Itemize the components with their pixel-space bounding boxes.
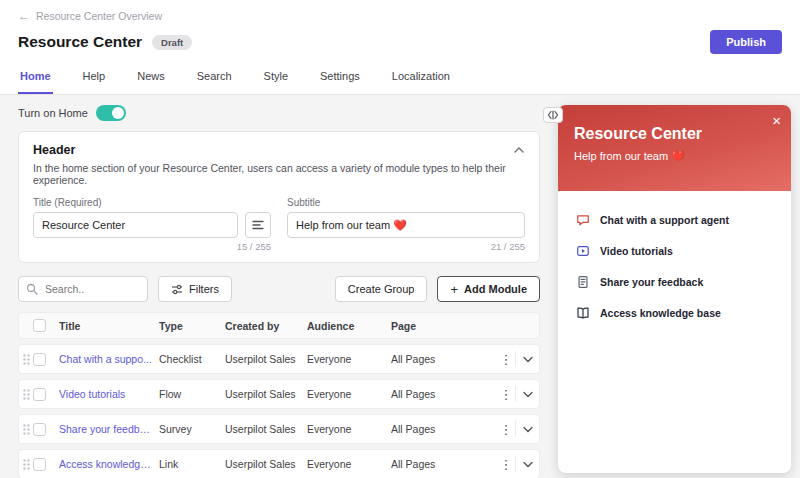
preview-subtitle: Help from our team ❤️ (574, 150, 775, 163)
drag-handle-icon[interactable] (19, 389, 33, 400)
tab-style[interactable]: Style (262, 64, 290, 94)
subtitle-field-label: Subtitle (287, 197, 525, 208)
col-title: Title (59, 320, 159, 332)
module-type: Survey (159, 423, 225, 435)
module-created-by: Userpilot Sales (225, 388, 307, 400)
module-created-by: Userpilot Sales (225, 423, 307, 435)
plus-icon: + (450, 283, 458, 296)
preview-title: Resource Center (574, 125, 775, 143)
title-input[interactable] (33, 212, 238, 238)
search-box (18, 276, 148, 302)
col-audience: Audience (307, 320, 391, 332)
back-arrow-icon[interactable]: ← (18, 9, 30, 23)
status-badge: Draft (152, 35, 192, 50)
preview-module-list: Chat with a support agent Video tutorial… (558, 191, 791, 342)
app-window: ← Resource Center Overview Resource Cent… (0, 0, 800, 478)
modules-table: Title Type Created by Audience Page Chat… (18, 312, 540, 478)
table-row: Share your feedba... Survey Userpilot Sa… (18, 414, 540, 444)
modules-toolbar: Filters Create Group + Add Module (18, 276, 540, 302)
tab-home[interactable]: Home (18, 64, 53, 94)
module-title-link[interactable]: Access knowledge ... (59, 458, 159, 470)
header-card: Header In the home section of your Resou… (18, 131, 540, 263)
module-audience: Everyone (307, 388, 391, 400)
add-module-button[interactable]: + Add Module (437, 276, 540, 302)
title-field-label: Title (Required) (33, 197, 271, 208)
toggle-knob (112, 107, 124, 119)
col-type: Type (159, 320, 225, 332)
table-row: Video tutorials Flow Userpilot Sales Eve… (18, 379, 540, 409)
tab-search[interactable]: Search (195, 64, 234, 94)
row-expand-chevron-icon[interactable] (515, 421, 539, 437)
subtitle-input[interactable] (287, 212, 525, 238)
tab-news[interactable]: News (135, 64, 167, 94)
preview-header: × Resource Center Help from our team ❤️ (558, 105, 791, 191)
module-created-by: Userpilot Sales (225, 353, 307, 365)
search-icon (26, 283, 38, 295)
module-page: All Pages (391, 353, 497, 365)
module-audience: Everyone (307, 458, 391, 470)
page-title: Resource Center (18, 33, 142, 51)
preview-item-feedback[interactable]: Share your feedback (576, 275, 773, 289)
module-type: Link (159, 458, 225, 470)
header-card-title: Header (33, 143, 75, 157)
preview-item-video[interactable]: Video tutorials (576, 244, 773, 258)
table-row: Access knowledge ... Link Userpilot Sale… (18, 449, 540, 478)
home-toggle-label: Turn on Home (18, 107, 88, 119)
row-checkbox[interactable] (33, 388, 46, 401)
module-type: Checklist (159, 353, 225, 365)
module-title-link[interactable]: Video tutorials (59, 388, 159, 400)
panel-resize-handle-icon[interactable] (543, 107, 563, 123)
row-checkbox[interactable] (33, 423, 46, 436)
publish-button[interactable]: Publish (710, 30, 782, 54)
filter-icon (171, 284, 183, 295)
row-menu-icon[interactable]: ⋮ (497, 352, 515, 367)
module-page: All Pages (391, 423, 497, 435)
module-title-link[interactable]: Chat with a suppo... (59, 353, 159, 365)
row-checkbox[interactable] (33, 458, 46, 471)
row-expand-chevron-icon[interactable] (515, 386, 539, 402)
module-type: Flow (159, 388, 225, 400)
collapse-chevron-icon[interactable] (513, 144, 525, 156)
tab-localization[interactable]: Localization (390, 64, 452, 94)
filters-button[interactable]: Filters (158, 276, 232, 302)
row-expand-chevron-icon[interactable] (515, 351, 539, 367)
book-icon (576, 306, 590, 320)
chat-icon (576, 213, 590, 227)
row-menu-icon[interactable]: ⋮ (497, 387, 515, 402)
top-header: ← Resource Center Overview Resource Cent… (0, 0, 800, 95)
col-created-by: Created by (225, 320, 307, 332)
main-area: Turn on Home Header In the home section … (0, 95, 800, 478)
editor-column: Turn on Home Header In the home section … (0, 95, 554, 478)
drag-handle-icon[interactable] (19, 354, 33, 365)
table-header-row: Title Type Created by Audience Page (18, 312, 540, 339)
drag-handle-icon[interactable] (19, 424, 33, 435)
module-created-by: Userpilot Sales (225, 458, 307, 470)
module-page: All Pages (391, 458, 497, 470)
breadcrumb[interactable]: Resource Center Overview (36, 10, 162, 22)
module-audience: Everyone (307, 423, 391, 435)
close-icon[interactable]: × (772, 113, 781, 128)
drag-handle-icon[interactable] (19, 459, 33, 470)
preview-item-chat[interactable]: Chat with a support agent (576, 213, 773, 227)
module-title-link[interactable]: Share your feedba... (59, 423, 159, 435)
table-row: Chat with a suppo... Checklist Userpilot… (18, 344, 540, 374)
tab-help[interactable]: Help (81, 64, 108, 94)
select-all-checkbox[interactable] (33, 319, 46, 332)
col-page: Page (391, 320, 497, 332)
create-group-button[interactable]: Create Group (335, 276, 428, 302)
text-format-button[interactable] (245, 212, 271, 238)
title-char-count: 15 / 255 (33, 241, 271, 252)
row-menu-icon[interactable]: ⋮ (497, 422, 515, 437)
preview-item-knowledge-base[interactable]: Access knowledge base (576, 306, 773, 320)
row-expand-chevron-icon[interactable] (515, 456, 539, 472)
tab-settings[interactable]: Settings (318, 64, 362, 94)
feedback-icon (576, 275, 590, 289)
row-menu-icon[interactable]: ⋮ (497, 457, 515, 472)
header-card-description: In the home section of your Resource Cen… (33, 162, 525, 186)
home-toggle[interactable] (96, 105, 126, 121)
row-checkbox[interactable] (33, 353, 46, 366)
tab-bar: Home Help News Search Style Settings Loc… (18, 64, 782, 94)
module-page: All Pages (391, 388, 497, 400)
subtitle-char-count: 21 / 255 (287, 241, 525, 252)
module-audience: Everyone (307, 353, 391, 365)
